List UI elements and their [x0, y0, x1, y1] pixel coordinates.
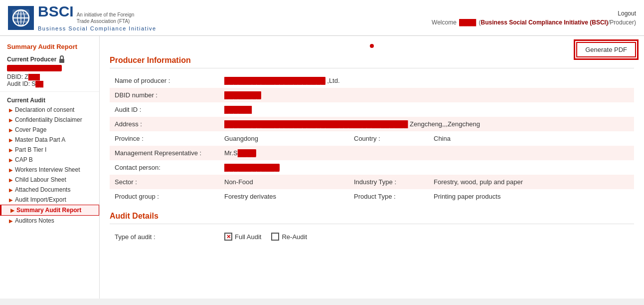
audit-id-value: ██████ [219, 102, 634, 117]
sidebar-nav: ▶Declaration of consent▶Confidentiality … [0, 105, 99, 226]
sidebar-arrow: ▶ [9, 107, 13, 113]
producer-info-header: Producer Information [110, 56, 634, 68]
address-label: Address : [110, 117, 219, 131]
mgmt-rep-value: Mr.S████ [219, 146, 634, 160]
sidebar-item-label: Master Data Part A [15, 136, 65, 143]
sidebar-audit-id: Audit ID: S██ [7, 80, 92, 87]
table-row: Contact person: ████████████ [110, 160, 634, 175]
dbid-number-label: DBID number : [110, 88, 219, 102]
header-user-area: Logout Welcome ████ (Business Social Com… [432, 10, 636, 26]
sidebar-item-label: Cover Page [15, 126, 46, 133]
sidebar-arrow: ▶ [10, 208, 14, 213]
table-row: Province : Guangdong Country : China [110, 131, 634, 146]
product-type-label: Product Type : [349, 189, 429, 204]
table-row: Address : ██████████████████████████████… [110, 117, 634, 131]
sidebar-item-confidentiality-disclaimer[interactable]: ▶Confidentiality Disclaimer [0, 115, 99, 125]
product-group-label: Product group : [110, 189, 219, 204]
producer-name-redacted [7, 65, 62, 71]
sidebar-item-label: Workers Interview Sheet [15, 166, 80, 173]
mgmt-rep-label: Management Representative : [110, 146, 219, 160]
sidebar-item-label: Attached Documents [15, 186, 70, 193]
audit-id-value-redacted: ██████ [224, 106, 252, 113]
sidebar-item-auditors-notes[interactable]: ▶Auditors Notes [0, 216, 99, 226]
audit-id-redacted: ██ [35, 81, 43, 87]
logo-initiative-line1: An initiative of the Foreign [77, 11, 135, 18]
sidebar-item-workers-interview-sheet[interactable]: ▶Workers Interview Sheet [0, 165, 99, 175]
sidebar-arrow: ▶ [9, 218, 13, 224]
main-content: Generate PDF Producer Information Name o… [100, 36, 644, 299]
logo-bsci-text: BSCI [38, 4, 74, 19]
sidebar-item-part-b-tier-i[interactable]: ▶Part B Tier I [0, 145, 99, 155]
sidebar-item-label: Auditors Notes [15, 217, 54, 224]
sidebar-item-label: Audit Import/Export [15, 196, 66, 203]
audit-type-value: Full Audit Re-Audit [219, 229, 634, 244]
svg-rect-7 [59, 59, 64, 63]
sidebar-item-attached-documents[interactable]: ▶Attached Documents [0, 185, 99, 195]
sector-value: Non-Food [219, 175, 349, 189]
contact-label: Contact person: [110, 160, 219, 175]
industry-type-label: Industry Type : [349, 175, 429, 189]
name-of-producer-value: ██████████████████████ ,Ltd. [219, 73, 634, 88]
sidebar-item-audit-import-export[interactable]: ▶Audit Import/Export [0, 195, 99, 205]
welcome-org: Business Social Compliance Initiative (B… [481, 19, 608, 26]
sidebar-section-title: Summary Audit Report [0, 40, 99, 53]
sidebar-dbid: DBID: Z███ [7, 73, 92, 80]
full-audit-checkbox[interactable] [224, 233, 232, 241]
mgmt-rep-redacted: ████ [238, 149, 256, 157]
table-row: Product group : Forestry derivates Produ… [110, 189, 634, 204]
country-label: Country : [349, 131, 429, 146]
type-of-audit-label: Type of audit : [110, 229, 219, 244]
name-of-producer-label: Name of producer : [110, 73, 219, 88]
sidebar-item-child-labour-sheet[interactable]: ▶Child Labour Sheet [0, 175, 99, 185]
table-row: Sector : Non-Food Industry Type : Forest… [110, 175, 634, 189]
sidebar-item-cap-b[interactable]: ▶CAP B [0, 155, 99, 165]
province-label: Province : [110, 131, 219, 146]
table-row: Type of audit : Full Audit Re-Audit [110, 229, 634, 244]
country-value: China [429, 131, 634, 146]
logout-link[interactable]: Logout [432, 10, 636, 17]
sidebar-item-label: Child Labour Sheet [15, 176, 66, 183]
sidebar-producer-label: Current Producer [7, 55, 92, 63]
full-audit-checkbox-item: Full Audit [224, 233, 261, 241]
table-row: Name of producer : █████████████████████… [110, 73, 634, 88]
sidebar-item-label: CAP B [15, 156, 33, 163]
sidebar-arrow: ▶ [9, 157, 13, 163]
bsci-globe-icon [11, 8, 30, 27]
sidebar-producer-section: Current Producer DBID: Z███ Audit ID: S█… [0, 53, 99, 92]
sidebar-item-cover-page[interactable]: ▶Cover Page [0, 125, 99, 135]
sidebar-item-label: Confidentiality Disclaimer [15, 116, 82, 123]
sidebar: Summary Audit Report Current Producer DB… [0, 36, 100, 299]
sidebar-arrow: ▶ [9, 167, 13, 173]
welcome-user: ████ [459, 19, 476, 26]
sidebar-item-declaration-of-consent[interactable]: ▶Declaration of consent [0, 105, 99, 115]
welcome-paren-close: ) [634, 19, 636, 26]
dbid-number-value: ████████ [219, 88, 634, 102]
sidebar-item-label: Part B Tier I [15, 146, 46, 153]
sidebar-item-master-data-part-a[interactable]: ▶Master Data Part A [0, 135, 99, 145]
contact-value: ████████████ [219, 160, 634, 175]
dbid-value-redacted: ████████ [224, 91, 261, 99]
audit-details-table: Type of audit : Full Audit Re-Audit [110, 229, 634, 244]
address-value: ████████████████████████████████████████… [219, 117, 634, 131]
page-header: BSCI An initiative of the Foreign Trade … [0, 0, 644, 36]
logo-initiative-line2: Trade Association (FTA) [77, 18, 135, 24]
audit-details-header: Audit Details [110, 212, 634, 224]
sidebar-arrow: ▶ [9, 187, 13, 193]
audit-id-label: Audit ID : [110, 102, 219, 117]
welcome-role: Producer [610, 19, 634, 26]
sidebar-arrow: ▶ [9, 117, 13, 123]
sidebar-item-summary-audit-report[interactable]: ▶Summary Audit Report [0, 205, 99, 216]
producer-name-value-redacted: ██████████████████████ [224, 77, 325, 84]
address-value-redacted: ████████████████████████████████████████ [224, 120, 408, 128]
logo-area: BSCI An initiative of the Foreign Trade … [8, 4, 157, 31]
industry-type-value: Forestry, wood, pulp and paper [429, 175, 634, 189]
sidebar-arrow: ▶ [9, 147, 13, 153]
table-row: DBID number : ████████ [110, 88, 634, 102]
main-layout: Summary Audit Report Current Producer DB… [0, 36, 644, 299]
sidebar-arrow: ▶ [9, 177, 13, 183]
sidebar-item-label: Summary Audit Report [16, 207, 81, 214]
product-type-value: Printing paper products [429, 189, 634, 204]
logo-full-name: Business Social Compliance Initiative [38, 25, 157, 31]
generate-pdf-button[interactable]: Generate PDF [576, 42, 636, 57]
re-audit-checkbox[interactable] [271, 233, 279, 241]
